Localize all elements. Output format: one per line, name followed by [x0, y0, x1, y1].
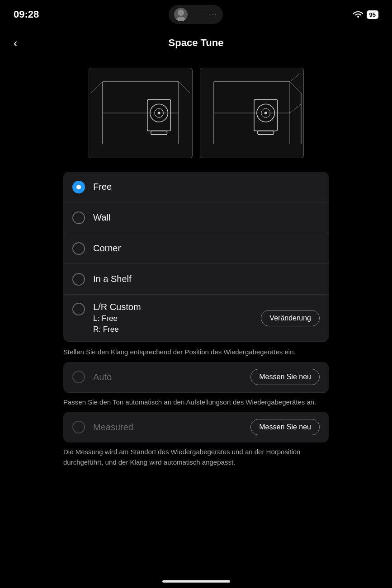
radio-corner[interactable] [72, 242, 85, 255]
options-list: Free Wall Corner In a Shelf L/R Custom L… [63, 172, 329, 342]
svg-line-16 [290, 82, 301, 93]
svg-point-1 [176, 17, 186, 21]
radio-measured[interactable] [72, 421, 85, 433]
svg-point-12 [157, 112, 160, 114]
status-time: 09:28 [14, 9, 39, 20]
measured-row[interactable]: Measured Messen Sie neu [63, 412, 329, 442]
svg-line-19 [290, 73, 301, 82]
svg-rect-27 [257, 131, 274, 135]
lr-r-label: R: Free [93, 325, 141, 334]
header: ‹ Space Tune [0, 27, 392, 59]
lr-left: L/R Custom L: Free R: Free [72, 302, 141, 334]
battery: 95 [367, 10, 378, 19]
radio-wall[interactable] [72, 212, 85, 224]
avatar-pill: ····· [169, 5, 223, 24]
status-center: ····· [169, 5, 223, 24]
wifi-icon [353, 9, 363, 20]
radio-auto[interactable] [72, 371, 85, 383]
option-wall-label: Wall [93, 212, 110, 223]
radio-lr-custom[interactable] [72, 303, 85, 315]
measured-container: Measured Messen Sie neu [63, 412, 329, 442]
home-indicator [162, 580, 230, 583]
status-right: 95 [353, 9, 378, 20]
speaker-card-corner [200, 68, 304, 158]
lr-text: L/R Custom L: Free R: Free [93, 302, 141, 334]
messen-neu-button-measured[interactable]: Messen Sie neu [250, 419, 320, 435]
svg-line-5 [91, 82, 103, 93]
option-lr-custom[interactable]: L/R Custom L: Free R: Free Veränderung [63, 295, 329, 342]
back-button[interactable]: ‹ [14, 36, 18, 50]
auto-label: Auto [93, 372, 112, 382]
description-1: Stellen Sie den Klang entsprechend der P… [63, 347, 329, 358]
svg-point-26 [264, 112, 267, 114]
auto-left: Auto [72, 371, 112, 383]
speaker-card-free [89, 68, 193, 158]
messen-neu-button-auto[interactable]: Messen Sie neu [250, 369, 320, 385]
auto-row[interactable]: Auto Messen Sie neu [63, 362, 329, 393]
svg-line-6 [179, 82, 190, 93]
option-free-label: Free [93, 182, 112, 192]
measured-left: Measured [72, 421, 133, 433]
description-2: Passen Sie den Ton automatisch an den Au… [63, 397, 329, 408]
veranderung-button[interactable]: Veränderung [261, 310, 320, 326]
page-title: Space Tune [169, 37, 224, 49]
radio-free[interactable] [72, 181, 85, 193]
lr-l-label: L: Free [93, 314, 141, 323]
avatar [174, 8, 188, 21]
svg-line-20 [290, 104, 301, 113]
status-bar: 09:28 ····· 95 [0, 0, 392, 27]
svg-point-0 [178, 9, 184, 16]
option-shelf[interactable]: In a Shelf [63, 264, 329, 295]
speaker-images [0, 59, 392, 167]
radio-shelf[interactable] [72, 273, 85, 286]
option-free[interactable]: Free [63, 172, 329, 202]
option-corner[interactable]: Corner [63, 233, 329, 264]
option-shelf-label: In a Shelf [93, 274, 132, 284]
option-corner-label: Corner [93, 243, 121, 254]
dots: ····· [203, 11, 218, 18]
svg-rect-13 [151, 131, 167, 135]
auto-container: Auto Messen Sie neu [63, 362, 329, 393]
measured-label: Measured [93, 422, 133, 433]
lr-main-label: L/R Custom [93, 302, 141, 312]
option-wall[interactable]: Wall [63, 202, 329, 233]
description-3: Die Messung wird am Standort des Wiederg… [63, 447, 329, 467]
